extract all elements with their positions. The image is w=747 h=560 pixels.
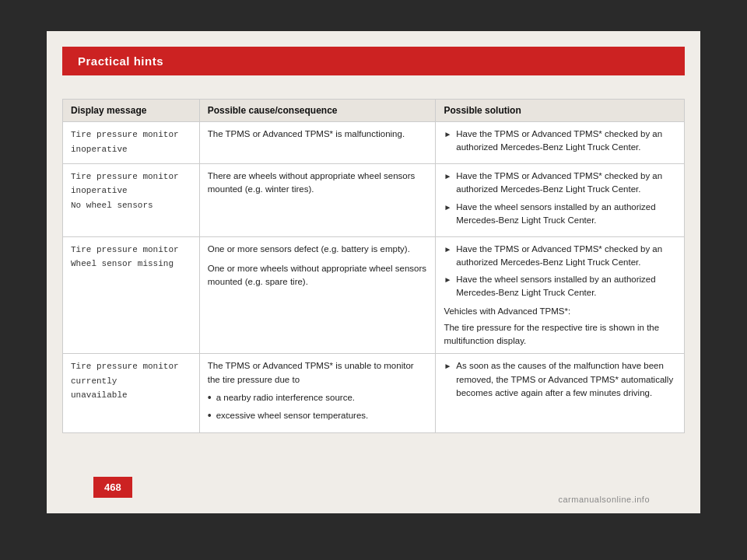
hints-table: Display message Possible cause/consequen… xyxy=(62,99,685,433)
cause-bullet: • a nearby radio interference source. xyxy=(208,391,428,406)
dot-icon: • xyxy=(208,408,212,424)
solution-cell: ► As soon as the causes of the malfuncti… xyxy=(436,354,685,433)
arrow-icon: ► xyxy=(444,170,451,182)
display-msg-cell: Tire pressure monitorinoperativeNo wheel… xyxy=(63,163,200,236)
arrow-icon: ► xyxy=(444,274,451,285)
solution-item: ► Have the TPMS or Advanced TPMS* checke… xyxy=(444,128,676,155)
dot-icon: • xyxy=(208,390,212,406)
col-cause: Possible cause/consequence xyxy=(199,100,436,122)
arrow-icon: ► xyxy=(444,128,451,140)
arrow-icon: ► xyxy=(444,360,451,372)
solution-cell: ► Have the TPMS or Advanced TPMS* checke… xyxy=(436,122,685,164)
solution-item: ► Have the wheel sensors installed by an… xyxy=(444,201,676,228)
page-container: Practical hints Display message Possible… xyxy=(0,0,747,560)
solution-item: ► Have the TPMS or Advanced TPMS* checke… xyxy=(444,170,676,197)
display-msg-cell: Tire pressure monitorWheel sensor missin… xyxy=(63,236,200,354)
cause-bullet: • excessive wheel sensor temperatures. xyxy=(208,409,428,424)
table-row: Tire pressure monitorinoperative The TPM… xyxy=(63,122,685,164)
solution-item: ► Have the TPMS or Advanced TPMS* checke… xyxy=(444,243,676,270)
cause-cell: The TPMS or Advanced TPMS* is malfunctio… xyxy=(199,122,436,164)
arrow-icon: ► xyxy=(444,201,451,213)
header-title: Practical hints xyxy=(78,54,163,68)
solution-cell: ► Have the TPMS or Advanced TPMS* checke… xyxy=(436,236,685,354)
vehicles-note: Vehicles with Advanced TPMS*: xyxy=(444,305,676,318)
cause-cell: One or more sensors defect (e.g. battery… xyxy=(199,236,436,354)
table-row: Tire pressure monitorinoperativeNo wheel… xyxy=(63,163,685,236)
table-container: Display message Possible cause/consequen… xyxy=(62,99,685,433)
col-display-message: Display message xyxy=(63,100,200,122)
table-row: Tire pressure monitorWheel sensor missin… xyxy=(63,236,685,354)
table-header-row: Display message Possible cause/consequen… xyxy=(63,100,685,122)
solution-item: ► Have the wheel sensors installed by an… xyxy=(444,273,676,300)
page-number: 468 xyxy=(93,477,132,498)
content-area: Practical hints Display message Possible… xyxy=(47,31,700,513)
arrow-icon: ► xyxy=(444,243,451,255)
solution-cell: ► Have the TPMS or Advanced TPMS* checke… xyxy=(436,163,685,236)
tpms-note: The tire pressure for the respective tir… xyxy=(444,321,676,348)
display-msg-cell: Tire pressure monitorcurrentlyunavailabl… xyxy=(63,354,200,433)
display-msg-cell: Tire pressure monitorinoperative xyxy=(63,122,200,164)
watermark: carmanualsonline.info xyxy=(558,495,650,504)
header-bar: Practical hints xyxy=(62,47,685,75)
cause-cell: There are wheels without appropriate whe… xyxy=(199,163,436,236)
cause-cell: The TPMS or Advanced TPMS* is unable to … xyxy=(199,354,436,433)
table-row: Tire pressure monitorcurrentlyunavailabl… xyxy=(63,354,685,433)
col-solution: Possible solution xyxy=(436,100,685,122)
solution-item: ► As soon as the causes of the malfuncti… xyxy=(444,359,676,400)
